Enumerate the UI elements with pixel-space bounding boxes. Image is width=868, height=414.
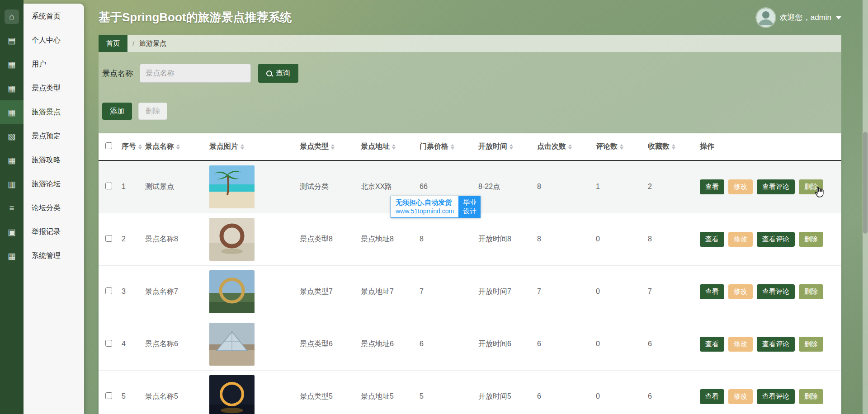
view-button[interactable]: 查看: [700, 337, 724, 352]
edit-button[interactable]: 修改: [728, 389, 753, 404]
report-box-icon[interactable]: ▣: [0, 220, 24, 244]
view-comments-button[interactable]: 查看评论: [757, 337, 795, 352]
row-checkbox[interactable]: [105, 392, 112, 399]
table-row: 5景点名称5景点类型5景点地址55开放时间5606查看修改查看评论删除: [99, 370, 841, 414]
click-count: 8: [534, 160, 593, 213]
column-header-5[interactable]: 门票价格: [417, 133, 476, 160]
delete-button[interactable]: 删除: [138, 103, 167, 120]
users-grid-icon[interactable]: ▦: [0, 52, 24, 76]
profile-card-icon[interactable]: ▤: [0, 28, 24, 52]
row-actions: 查看修改查看评论删除: [697, 265, 841, 318]
column-header-6[interactable]: 开放时间: [476, 133, 534, 160]
edit-button[interactable]: 修改: [728, 179, 753, 194]
attraction-type: 景点类型5: [297, 370, 358, 414]
breadcrumb: 首页 / 旅游景点: [99, 35, 841, 52]
search-input[interactable]: [140, 64, 251, 83]
comment-count: 0: [593, 265, 645, 318]
delete-row-button[interactable]: 删除: [799, 389, 823, 404]
column-header-9[interactable]: 收藏数: [645, 133, 697, 160]
open-time: 开放时间5: [476, 370, 534, 414]
sidebar-item-forum-categories[interactable]: 论坛分类: [24, 196, 84, 220]
edit-button[interactable]: 修改: [728, 284, 753, 299]
sort-caret-icon[interactable]: [568, 144, 572, 150]
column-header-7[interactable]: 点击次数: [534, 133, 593, 160]
attraction-type: 景点类型8: [297, 213, 358, 265]
sort-caret-icon[interactable]: [672, 144, 675, 150]
sidebar-item-reports[interactable]: 举报记录: [24, 220, 84, 244]
delete-row-button[interactable]: 删除: [799, 179, 823, 194]
row-select-cell: [99, 370, 119, 414]
settings-grid-icon[interactable]: ▦: [0, 244, 24, 268]
row-checkbox[interactable]: [105, 340, 112, 347]
user-menu[interactable]: 欢迎您，admin: [756, 8, 841, 27]
delete-row-button[interactable]: 删除: [799, 337, 823, 352]
view-comments-button[interactable]: 查看评论: [757, 179, 795, 194]
page-scrollbar[interactable]: [863, 0, 868, 414]
attraction-grid-icon[interactable]: ▦: [0, 100, 24, 124]
sort-caret-icon[interactable]: [331, 144, 335, 150]
column-header-8[interactable]: 评论数: [593, 133, 645, 160]
view-button[interactable]: 查看: [700, 232, 724, 247]
booking-doc-icon[interactable]: ▧: [0, 124, 24, 148]
attraction-image-beach-palm: [207, 160, 297, 213]
guide-grid-icon[interactable]: ▦: [0, 148, 24, 172]
sidebar-item-attractions[interactable]: 旅游景点: [24, 100, 84, 124]
sidebar-item-forum[interactable]: 旅游论坛: [24, 172, 84, 196]
row-index: 2: [119, 213, 142, 265]
sort-caret-icon[interactable]: [392, 144, 396, 150]
row-checkbox[interactable]: [105, 183, 112, 189]
sidebar-item-system[interactable]: 系统管理: [24, 244, 84, 268]
sidebar-item-users[interactable]: 用户: [24, 52, 84, 76]
column-header-1[interactable]: 景点名称: [142, 133, 207, 160]
view-comments-button[interactable]: 查看评论: [757, 232, 795, 247]
add-button[interactable]: 添加: [102, 103, 132, 120]
comment-count: 1: [593, 160, 645, 213]
sidebar-item-guides[interactable]: 旅游攻略: [24, 148, 84, 172]
sort-caret-icon[interactable]: [138, 144, 142, 150]
row-checkbox[interactable]: [105, 235, 112, 242]
sidebar-item-attraction-types[interactable]: 景点类型: [24, 76, 84, 100]
attraction-type: 测试分类: [297, 160, 358, 213]
sort-caret-icon[interactable]: [451, 144, 454, 150]
view-comments-button[interactable]: 查看评论: [757, 389, 795, 404]
attraction-type: 景点类型6: [297, 318, 358, 370]
sidebar-item-home[interactable]: 系统首页: [24, 5, 84, 28]
list-lines-icon[interactable]: ≡: [0, 196, 24, 220]
breadcrumb-home[interactable]: 首页: [99, 35, 127, 52]
table-row: 4景点名称6景点类型6景点地址66开放时间6606查看修改查看评论删除: [99, 318, 841, 370]
delete-row-button[interactable]: 删除: [799, 284, 823, 299]
breadcrumb-separator: /: [132, 40, 134, 47]
edit-button[interactable]: 修改: [728, 337, 753, 352]
attraction-address: 景点地址7: [358, 265, 417, 318]
view-comments-button[interactable]: 查看评论: [757, 284, 795, 299]
ticket-price: 6: [417, 318, 476, 370]
sidebar-item-profile[interactable]: 个人中心: [24, 28, 84, 52]
click-count: 7: [534, 265, 593, 318]
column-header-2[interactable]: 景点图片: [207, 133, 297, 160]
sidebar: ⌂▤▦▦▦▧▦▥≡▣▦ 系统首页个人中心用户景点类型旅游景点景点预定旅游攻略旅游…: [0, 0, 84, 414]
bar-chart-icon[interactable]: ▥: [0, 172, 24, 196]
scrollbar-thumb[interactable]: [863, 132, 868, 234]
sort-caret-icon[interactable]: [620, 144, 623, 150]
row-checkbox[interactable]: [105, 287, 112, 294]
edit-button[interactable]: 修改: [728, 232, 753, 247]
column-header-0[interactable]: 序号: [119, 133, 142, 160]
search-button[interactable]: 查询: [258, 64, 298, 83]
sort-caret-icon[interactable]: [509, 144, 513, 150]
attraction-name: 景点名称6: [142, 318, 207, 370]
attraction-address: 景点地址6: [358, 318, 417, 370]
sidebar-item-bookings[interactable]: 景点预定: [24, 124, 84, 148]
view-button[interactable]: 查看: [700, 284, 724, 299]
sort-caret-icon[interactable]: [176, 144, 180, 150]
home-icon[interactable]: ⌂: [0, 5, 24, 28]
open-time: 开放时间7: [476, 265, 534, 318]
view-button[interactable]: 查看: [700, 179, 724, 194]
column-header-4[interactable]: 景点地址: [358, 133, 417, 160]
delete-row-button[interactable]: 删除: [799, 232, 823, 247]
view-button[interactable]: 查看: [700, 389, 724, 404]
row-select-cell: [99, 160, 119, 213]
sort-caret-icon[interactable]: [241, 144, 244, 150]
column-header-3[interactable]: 景点类型: [297, 133, 358, 160]
select-all-checkbox[interactable]: [105, 142, 112, 149]
category-grid-icon[interactable]: ▦: [0, 76, 24, 100]
